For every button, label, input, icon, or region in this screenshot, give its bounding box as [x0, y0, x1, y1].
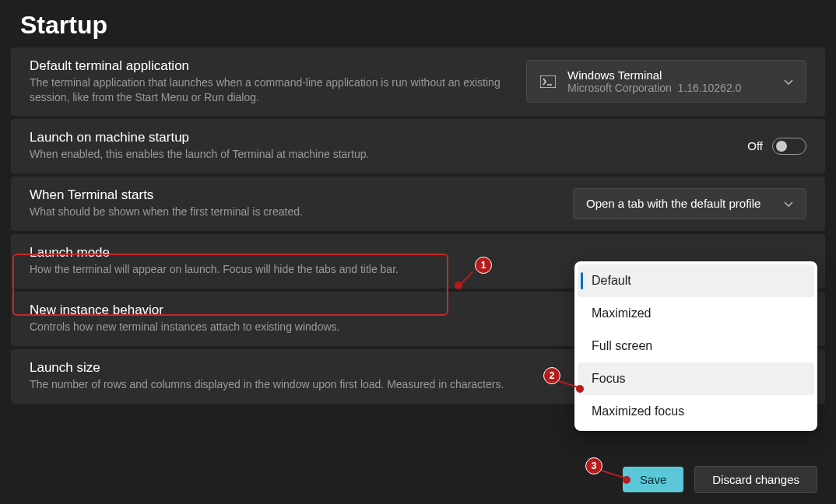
- when-starts-dropdown[interactable]: Open a tab with the default profile: [573, 188, 806, 219]
- setting-title: When Terminal starts: [30, 187, 557, 203]
- svg-rect-0: [540, 75, 556, 88]
- dropdown-value: Open a tab with the default profile: [586, 197, 760, 210]
- terminal-publisher: Microsoft Corporation 1.16.10262.0: [567, 82, 741, 94]
- row-when-starts: When Terminal starts What should be show…: [11, 177, 825, 231]
- terminal-name: Windows Terminal: [567, 68, 741, 82]
- popup-option-maximized[interactable]: Maximized: [578, 297, 814, 330]
- setting-desc: When enabled, this enables the launch of…: [30, 147, 732, 162]
- popup-option-fullscreen[interactable]: Full screen: [578, 330, 814, 362]
- row-text: Default terminal application The termina…: [30, 58, 511, 105]
- setting-title: Default terminal application: [30, 58, 511, 74]
- row-default-terminal: Default terminal application The termina…: [11, 47, 825, 116]
- save-button[interactable]: Save: [623, 467, 683, 492]
- footer-bar: Save Discard changes: [623, 466, 817, 493]
- terminal-icon: [539, 73, 557, 90]
- chevron-down-icon: [784, 75, 793, 89]
- popup-option-default[interactable]: Default: [578, 264, 814, 297]
- annotation-1: 1: [475, 257, 492, 274]
- discard-button[interactable]: Discard changes: [694, 466, 817, 493]
- launch-startup-toggle[interactable]: [772, 138, 806, 155]
- row-launch-startup: Launch on machine startup When enabled, …: [11, 119, 825, 173]
- setting-title: Launch on machine startup: [30, 130, 732, 145]
- setting-desc: The terminal application that launches w…: [30, 75, 511, 105]
- annotation-3: 3: [585, 457, 602, 474]
- chevron-down-icon: [784, 197, 793, 211]
- setting-control: Windows Terminal Microsoft Corporation 1…: [526, 60, 806, 103]
- setting-desc: What should be shown when the first term…: [30, 205, 557, 219]
- default-terminal-dropdown[interactable]: Windows Terminal Microsoft Corporation 1…: [526, 60, 806, 103]
- annotation-2: 2: [543, 367, 560, 384]
- setting-title: Launch mode: [30, 245, 806, 261]
- page-title: Startup: [0, 0, 836, 47]
- launch-mode-popup: Default Maximized Full screen Focus Maxi…: [574, 261, 817, 431]
- popup-option-maximized-focus[interactable]: Maximized focus: [578, 395, 814, 428]
- toggle-label: Off: [747, 139, 763, 152]
- annotation-3-line: [599, 469, 625, 478]
- popup-option-focus[interactable]: Focus: [578, 362, 814, 395]
- toggle-knob: [776, 141, 787, 152]
